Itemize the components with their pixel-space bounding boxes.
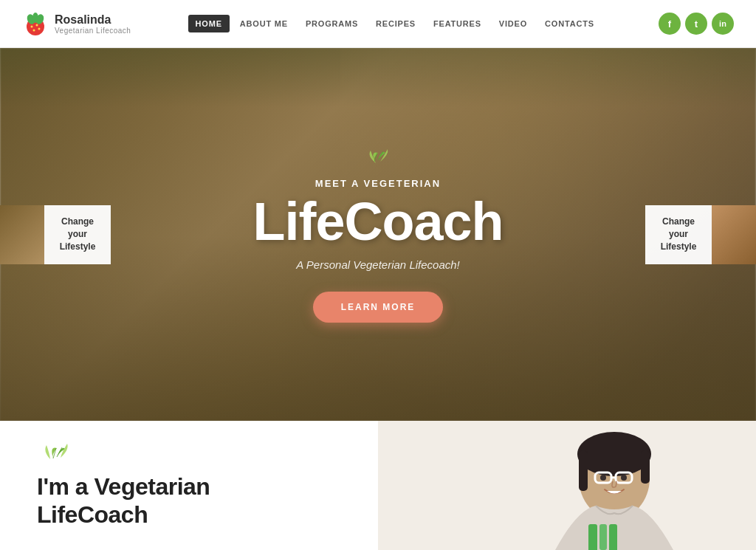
social-icons: f t in: [659, 13, 734, 35]
twitter-button[interactable]: t: [685, 13, 707, 35]
hero-leaf-decoration: [193, 147, 563, 172]
svg-point-7: [38, 28, 41, 30]
svg-point-5: [36, 24, 38, 27]
svg-point-6: [33, 30, 35, 32]
nav-video[interactable]: VIDEO: [492, 15, 535, 32]
svg-point-16: [577, 432, 651, 476]
svg-rect-26: [609, 524, 617, 550]
bottom-leaf-decoration: [37, 442, 341, 467]
logo[interactable]: Rosalinda Vegetarian Lifecoach: [22, 10, 131, 37]
svg-rect-25: [599, 524, 607, 550]
bottom-person-image: [378, 421, 756, 550]
nav-features[interactable]: FEATURES: [426, 15, 489, 32]
hero-subtitle: MEET A VEGETERIAN: [193, 178, 563, 189]
hero-title: LifeCoach: [193, 195, 563, 248]
logo-text: Rosalinda Vegetarian Lifecoach: [55, 13, 131, 35]
left-panel-thumbnail: [0, 205, 44, 264]
right-panel-thumbnail: [712, 205, 756, 264]
logo-icon: [22, 10, 49, 37]
hero-content: MEET A VEGETERIAN LifeCoach A Personal V…: [193, 147, 563, 323]
bottom-title-line2: LifeCoach: [37, 501, 148, 528]
left-side-panel[interactable]: Change your Lifestyle: [0, 205, 111, 264]
nav-recipes[interactable]: RECIPES: [368, 15, 423, 32]
svg-rect-17: [579, 450, 588, 491]
main-nav: HOME ABOUT ME PROGRAMS RECIPES FEATURES …: [188, 15, 602, 32]
nav-about[interactable]: ABOUT ME: [233, 15, 295, 32]
nav-contacts[interactable]: CONTACTS: [537, 15, 602, 32]
right-side-panel[interactable]: Change your Lifestyle: [645, 205, 756, 264]
facebook-button[interactable]: f: [659, 13, 681, 35]
bottom-title-line1: I'm a Vegetarian: [37, 473, 210, 500]
svg-point-22: [600, 475, 606, 481]
bottom-section: I'm a Vegetarian LifeCoach: [0, 421, 756, 550]
svg-rect-24: [588, 524, 597, 550]
learn-more-button[interactable]: LEARN MORE: [313, 292, 444, 323]
header: Rosalinda Vegetarian Lifecoach HOME ABOU…: [0, 0, 756, 48]
hero-description: A Personal Vegeterian Lifecoach!: [193, 258, 563, 271]
instagram-button[interactable]: in: [712, 13, 734, 35]
svg-point-4: [31, 26, 33, 28]
nav-programs[interactable]: PROGRAMS: [298, 15, 365, 32]
svg-point-23: [621, 475, 627, 481]
logo-name: Rosalinda: [55, 13, 131, 27]
svg-rect-18: [641, 450, 650, 484]
logo-tagline: Vegetarian Lifecoach: [55, 27, 131, 35]
bottom-title: I'm a Vegetarian LifeCoach: [37, 472, 341, 529]
hero-section: Change your Lifestyle Change your Lifest…: [0, 48, 756, 421]
bottom-image-area: [378, 421, 756, 550]
nav-home[interactable]: HOME: [188, 15, 230, 32]
bottom-text-block: I'm a Vegetarian LifeCoach: [0, 421, 378, 550]
right-panel-text: Change your Lifestyle: [645, 205, 712, 264]
left-panel-text: Change your Lifestyle: [44, 205, 111, 264]
